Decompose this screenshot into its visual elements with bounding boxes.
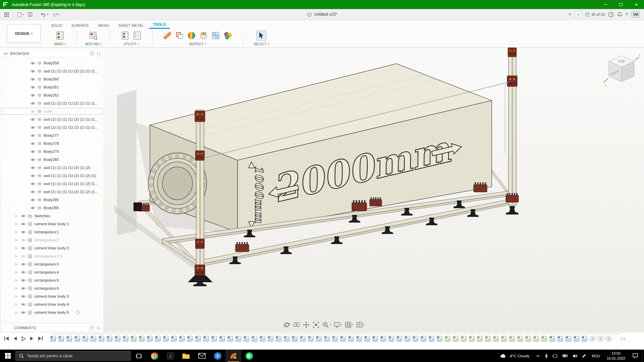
timeline-feature-16[interactable] xyxy=(171,336,177,342)
visibility-eye-icon[interactable] xyxy=(30,134,35,137)
timeline-feature-33[interactable] xyxy=(308,336,314,342)
timeline-feature-66[interactable] xyxy=(574,336,579,342)
timeline-feature-32[interactable] xyxy=(300,336,306,342)
timeline-feature-23[interactable] xyxy=(227,336,233,342)
taskbar-search[interactable]: Tastați aici pentru a căuta xyxy=(15,351,131,361)
timeline-feature-52[interactable] xyxy=(461,336,467,342)
timeline-feature-30[interactable] xyxy=(284,336,289,342)
workspace-selector[interactable]: DESIGN▾ xyxy=(7,24,41,43)
expand-arrow-icon[interactable]: ▷ xyxy=(15,311,19,314)
browser-tree-item[interactable]: ▷rectangulara Z:1 xyxy=(1,252,103,260)
tab-solid[interactable]: SOLID xyxy=(47,21,66,29)
component-color-icon[interactable] xyxy=(223,31,232,40)
chrome-icon[interactable] xyxy=(147,350,162,362)
visibility-eye-icon[interactable] xyxy=(21,246,26,250)
zoom-window-icon[interactable]: ▾ xyxy=(321,320,332,329)
timeline-step-back-button[interactable] xyxy=(12,335,18,342)
expand-arrow-icon[interactable]: ▷ xyxy=(15,239,19,242)
fit-icon[interactable] xyxy=(312,320,320,329)
media-app-icon[interactable] xyxy=(162,350,178,362)
group-label-utility[interactable]: UTILITY▾ xyxy=(124,42,139,46)
comments-bar[interactable]: COMMENTS ❙❙ xyxy=(1,323,103,332)
visibility-eye-icon[interactable] xyxy=(21,262,26,266)
timeline-feature-34[interactable] xyxy=(316,336,322,342)
timeline-feature-5[interactable] xyxy=(83,336,88,342)
visibility-eye-icon[interactable] xyxy=(30,69,35,73)
timeline-grip[interactable]: ❙❙ xyxy=(620,337,625,341)
visibility-eye-icon[interactable] xyxy=(21,270,26,274)
timeline-feature-20[interactable] xyxy=(203,336,209,342)
redo-button[interactable]: ▾ xyxy=(51,11,61,18)
section-analysis-icon[interactable] xyxy=(199,31,208,40)
browser-tree-item[interactable]: ▷rulment liniar body:4 xyxy=(1,300,103,308)
mail-icon[interactable] xyxy=(194,350,210,362)
timeline-feature-67[interactable] xyxy=(582,336,587,342)
timeline-go-start-button[interactable] xyxy=(3,335,10,342)
timeline-feature-4[interactable] xyxy=(74,336,80,342)
visibility-eye-icon[interactable] xyxy=(30,61,35,65)
timeline-feature-40[interactable] xyxy=(364,336,370,342)
pen-icon[interactable] xyxy=(580,354,588,358)
curvature-analysis-icon[interactable] xyxy=(187,31,196,40)
expand-arrow-icon[interactable]: ▷ xyxy=(15,255,19,258)
browser-tree-item[interactable]: asd (1) (1) (1) (1) (2) (1) (2) (1) xyxy=(1,172,103,180)
display-mesh-icon[interactable] xyxy=(211,31,220,40)
minimize-comments-icon[interactable] xyxy=(90,325,94,330)
select-cursor-icon[interactable] xyxy=(256,31,266,41)
browser-tree-item[interactable]: Body261 xyxy=(1,83,103,91)
timeline-feature-44[interactable] xyxy=(396,336,402,342)
browser-tree-item[interactable]: ▷rulment liniar body:2 xyxy=(1,244,103,252)
browser-tree-item[interactable]: asd (1) (1) (1) (1) (2) (1) (2) (1... xyxy=(1,180,103,188)
volume-icon[interactable] xyxy=(570,354,580,358)
timeline-feature-31[interactable] xyxy=(292,336,298,342)
timeline-go-end-button[interactable] xyxy=(37,335,44,342)
group-label-inspect[interactable]: INSPECT▾ xyxy=(189,42,206,46)
visibility-eye-icon[interactable] xyxy=(30,190,35,194)
show-desktop-button[interactable] xyxy=(642,350,644,362)
orbit-icon[interactable] xyxy=(282,320,291,329)
expand-arrow-icon[interactable]: ▷ xyxy=(15,223,19,226)
visibility-eye-icon[interactable] xyxy=(30,158,35,162)
visibility-eye-icon[interactable] xyxy=(21,279,26,282)
timeline-feature-12[interactable] xyxy=(139,336,145,342)
view-cube[interactable]: TOP FRONT x z xyxy=(602,52,642,91)
timeline-feature-63[interactable] xyxy=(549,336,555,342)
browser-tree-item[interactable]: asd (1) (1) (1) (1) (2) (1) (1) (1... xyxy=(1,99,103,107)
browser-tree-item[interactable]: ▷rectangulara:3 xyxy=(1,260,103,268)
browser-tree-item[interactable]: ▷rectangulara:5 xyxy=(1,276,103,284)
browser-tree-item[interactable]: ▷Sketches xyxy=(1,212,103,220)
timeline-feature-39[interactable] xyxy=(356,336,362,342)
selection-circle-icon[interactable] xyxy=(76,311,79,314)
timeline-feature-2[interactable] xyxy=(58,336,64,342)
taskbar-clock[interactable]: 13:02 16.01.2022 xyxy=(603,351,629,361)
browser-tree-item[interactable]: Body258 xyxy=(1,59,103,67)
browser-tree-item[interactable]: ▷rulment liniar body:1 xyxy=(1,220,103,228)
visibility-eye-icon[interactable] xyxy=(30,118,35,121)
minimize-panel-icon[interactable] xyxy=(90,51,94,56)
browser-tree-item[interactable]: ▷rulment liniar body:3 xyxy=(1,292,103,300)
expand-arrow-icon[interactable]: ▷ xyxy=(15,279,19,282)
timeline-feature-56[interactable] xyxy=(493,336,499,342)
timeline-feature-50[interactable] xyxy=(445,336,450,342)
timeline-feature-35[interactable] xyxy=(324,336,330,342)
browser-tree-item[interactable]: Body280 xyxy=(1,156,103,164)
visibility-eye-icon[interactable] xyxy=(21,311,26,314)
visibility-eye-icon[interactable] xyxy=(30,182,35,186)
visibility-eye-icon[interactable] xyxy=(21,214,26,218)
whatsapp-icon[interactable] xyxy=(241,350,257,362)
timeline-feature-45[interactable] xyxy=(405,336,410,342)
tray-expand-icon[interactable] xyxy=(533,355,542,357)
timeline-feature-54[interactable] xyxy=(477,336,483,342)
tab-tools[interactable]: TOOLS xyxy=(149,20,170,29)
utility-process-icon[interactable] xyxy=(120,31,130,40)
browser-tree-item[interactable]: ▷rectangulara:6 xyxy=(1,284,103,292)
expand-arrow-icon[interactable]: ▷ xyxy=(15,231,19,234)
timeline-feature-41[interactable] xyxy=(372,336,378,342)
visibility-eye-icon[interactable] xyxy=(21,230,26,234)
browser-tree-item[interactable]: asde xyxy=(1,107,103,115)
expand-arrow-icon[interactable]: ▷ xyxy=(15,303,19,306)
timeline-feature-70[interactable] xyxy=(606,336,611,342)
help-icon[interactable]: ? xyxy=(626,12,628,17)
timeline-feature-57[interactable] xyxy=(501,336,507,342)
visibility-eye-icon[interactable] xyxy=(21,303,26,306)
